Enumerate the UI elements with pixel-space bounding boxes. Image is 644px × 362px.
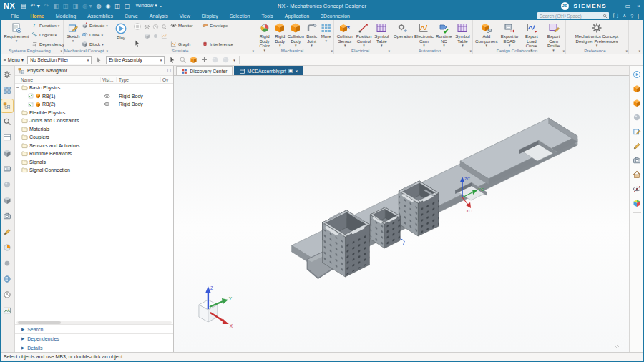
monitor-button[interactable]: Monitor	[170, 22, 200, 29]
stop-icon[interactable]	[133, 22, 142, 31]
tree-row-signals[interactable]: Signals	[15, 158, 174, 167]
snapshot-camera-icon[interactable]	[631, 154, 643, 166]
symbol-table-button[interactable]: Symbol Table▾	[374, 21, 389, 47]
part-tools-icon[interactable]	[1, 147, 13, 160]
section-details[interactable]: ▶Details	[15, 343, 174, 352]
menu-button[interactable]: ≡ Menu ▾	[4, 57, 24, 63]
add-body-icon[interactable]	[200, 56, 208, 64]
assembly-navigator-icon[interactable]	[1, 84, 13, 97]
simulate-tool-icon[interactable]	[144, 24, 150, 30]
section-search[interactable]: ▶Search	[15, 324, 174, 333]
tab-application[interactable]: Application	[279, 14, 315, 19]
play-simulation-icon[interactable]	[631, 68, 643, 80]
3d-canvas[interactable]: ZC YC XC Z	[174, 76, 629, 352]
snap-point-icon[interactable]	[168, 56, 176, 64]
display-options-icon[interactable]	[1, 257, 13, 270]
shaded-view-icon[interactable]	[211, 56, 219, 64]
snapshot-camera-icon[interactable]	[1, 210, 13, 222]
selection-scope-icon[interactable]	[95, 57, 102, 64]
maximize-panel-icon[interactable]: □	[167, 68, 170, 73]
interference-button[interactable]: Interference	[202, 41, 239, 47]
joint-marker[interactable]	[401, 238, 405, 245]
undo-icon[interactable]: ↶ ▾	[31, 3, 40, 9]
mcd-preferences-button[interactable]: Mechatronics Concept Designer Preference…	[568, 21, 625, 47]
render-style-icon[interactable]	[222, 56, 230, 64]
image-capture-icon[interactable]	[1, 304, 13, 317]
column-overflow[interactable]: Ov	[161, 77, 174, 82]
sketch-button[interactable]: Sketch▾	[66, 21, 80, 43]
horizontal-scrollbar[interactable]	[16, 321, 172, 324]
collision-body-button[interactable]: Collision Body▾	[288, 21, 303, 47]
help-icon[interactable]: ?	[630, 14, 633, 19]
measurement-icon[interactable]	[1, 241, 13, 254]
paste-icon[interactable]: ◨	[73, 3, 79, 9]
sketch-icon[interactable]	[631, 125, 643, 137]
column-type[interactable]: Type	[117, 77, 161, 82]
simulation-inspector-icon[interactable]	[1, 115, 13, 128]
float-window-icon[interactable]: ▣	[288, 68, 293, 74]
tab-3dconnexion[interactable]: 3Dconnexion	[315, 14, 356, 19]
tab-assemblies[interactable]: Assemblies	[82, 14, 119, 19]
settings-icon[interactable]	[1, 68, 13, 81]
rigid-body-button[interactable]: Rigid Body▾	[273, 21, 286, 47]
dialog-launcher-icon[interactable]: ▾	[469, 49, 472, 53]
runtime-nc-button[interactable]: Runtime NC▾	[435, 21, 453, 47]
home-view-icon[interactable]	[631, 168, 643, 180]
eye-icon[interactable]	[104, 101, 110, 107]
minimize-button[interactable]: ─	[615, 3, 619, 9]
checkbox-checked-icon[interactable]	[28, 102, 34, 107]
simulate-tool-icon[interactable]	[161, 33, 167, 39]
electronic-cam-button[interactable]: Electronic Cam▾	[414, 21, 434, 47]
graph-button[interactable]: Graph	[170, 41, 200, 47]
operation-button[interactable]: Operation	[394, 21, 413, 39]
dialog-launcher-icon[interactable]: ▾	[562, 49, 565, 53]
symbol-table-button-2[interactable]: Symbol Table▾	[454, 21, 471, 47]
simulate-tool-icon[interactable]	[144, 33, 150, 39]
command-search-input[interactable]	[537, 12, 609, 19]
materials-icon[interactable]	[1, 178, 13, 191]
history-icon[interactable]	[1, 288, 13, 301]
selection-scope-combo[interactable]: Entire Assembly▾	[106, 56, 165, 64]
repeat-command-icon[interactable]: ◎ ▾	[82, 3, 92, 9]
simulate-tool-icon[interactable]	[161, 24, 167, 30]
collapse-icon[interactable]: −	[15, 85, 20, 90]
selection-filter-icon[interactable]	[179, 56, 187, 64]
dialog-launcher-icon[interactable]: ▾	[60, 49, 62, 53]
section-dependencies[interactable]: ▶Dependencies	[15, 333, 174, 343]
select-pointer-icon[interactable]	[133, 39, 141, 47]
dialog-launcher-icon[interactable]: ▾	[252, 49, 254, 53]
minimize-ribbon-icon[interactable]: ∧	[623, 13, 626, 19]
ribbon-options-icon[interactable]: ▾	[638, 49, 640, 53]
basic-joint-button[interactable]: Basic Joint▾	[305, 21, 318, 47]
redo-icon[interactable]: ↷	[44, 3, 49, 9]
block-button[interactable]: Block▾	[82, 41, 107, 47]
close-tab-icon[interactable]: ×	[295, 69, 298, 74]
cage-large[interactable]	[323, 210, 370, 277]
tree-row-basic-physics[interactable]: −Basic Physics	[15, 84, 174, 92]
copy-icon[interactable]: ◫	[63, 3, 69, 9]
dependency-button[interactable]: Dependency	[31, 41, 62, 47]
eye-icon[interactable]	[104, 93, 110, 99]
window-menu[interactable]: Window ▾ ⌄	[136, 3, 163, 9]
envelope-button[interactable]: Envelope	[202, 22, 239, 29]
resize-grip[interactable]	[615, 345, 619, 349]
window-copy-icon[interactable]: ◫	[114, 3, 120, 9]
tree-row-materials[interactable]: Materials	[15, 125, 174, 134]
unite-button[interactable]: Unite▾	[82, 31, 107, 38]
checkbox-checked-icon[interactable]	[28, 93, 34, 99]
cut-icon[interactable]: ◧	[54, 3, 59, 9]
tab-file[interactable]: File	[5, 14, 24, 19]
tab-curve[interactable]: Curve	[119, 14, 144, 19]
sketch-tools-icon[interactable]	[1, 225, 13, 238]
save-icon[interactable]: ▤	[21, 3, 26, 9]
tree-row-rb2[interactable]: RB(2) Rigid Body	[15, 100, 174, 109]
tab-tools[interactable]: Tools	[256, 14, 279, 19]
selection-filter-combo[interactable]: No Selection Filter▾	[27, 56, 92, 64]
fullscreen-icon[interactable]: ⌈ ⌋	[613, 13, 618, 19]
rigid-body-icon[interactable]	[631, 82, 643, 94]
collision-body-icon[interactable]	[631, 97, 643, 109]
physics-navigator-icon[interactable]	[1, 99, 13, 112]
dialog-launcher-icon[interactable]: ▾	[331, 49, 333, 53]
tab-home[interactable]: Home	[24, 14, 49, 19]
play-button[interactable]: Play	[112, 21, 130, 41]
